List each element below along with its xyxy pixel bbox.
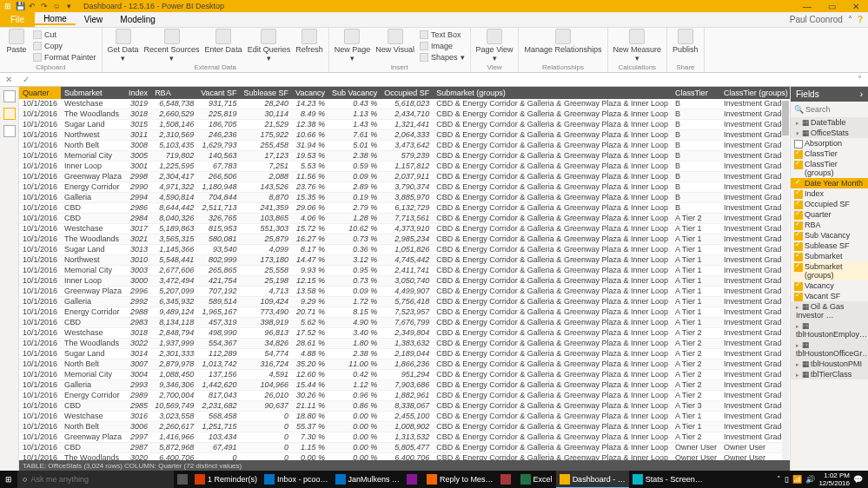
table-cell[interactable]: 3001 xyxy=(125,162,151,172)
table-cell[interactable]: Investment Grade xyxy=(720,266,790,276)
new-visual-button[interactable]: New Visual xyxy=(374,29,416,54)
table-cell[interactable]: 0.19 % xyxy=(328,193,381,203)
table-cell[interactable]: Investment Grade xyxy=(720,193,790,203)
expand-formula-icon[interactable]: ˅ xyxy=(851,75,868,84)
table-cell[interactable]: 1,416,966 xyxy=(151,432,197,443)
table-cell[interactable]: Investment Grade xyxy=(720,130,790,141)
table-cell[interactable]: CBD & Energy Corridor & Galleria & Green… xyxy=(433,401,672,412)
table-cell[interactable]: Memorial City xyxy=(61,370,125,380)
table-cell[interactable]: 10/1/2016 xyxy=(19,339,61,349)
table-cell[interactable]: 719,802 xyxy=(151,151,197,162)
table-cell[interactable]: A Tier 2 xyxy=(672,214,720,224)
table-cell[interactable]: 3,050,740 xyxy=(381,276,433,287)
table-cell[interactable]: 35.20 % xyxy=(292,359,328,370)
table-cell[interactable]: 54,774 xyxy=(241,349,293,359)
table-cell[interactable]: 16.27 % xyxy=(292,234,328,245)
column-header[interactable]: RBA xyxy=(151,87,197,99)
table-cell[interactable]: 266,506 xyxy=(197,172,240,182)
table-cell[interactable]: 1.13 % xyxy=(328,109,381,120)
table-cell[interactable]: 23.76 % xyxy=(292,182,328,193)
fields-table[interactable]: ▦Oil & Gas Investor … xyxy=(791,301,868,320)
table-cell[interactable]: 2986 xyxy=(125,203,151,214)
taskbar-app[interactable]: Reply to Mes… xyxy=(423,471,497,488)
table-cell[interactable]: 2998 xyxy=(125,172,151,182)
table-cell[interactable]: 21,529 xyxy=(241,120,293,130)
table-row[interactable]: 10/1/2016CBD29868,644,4422,511,713241,35… xyxy=(19,203,790,214)
table-cell[interactable]: 704,844 xyxy=(197,193,240,203)
table-row[interactable]: 10/1/2016Energy Corridor29904,971,3221,1… xyxy=(19,182,790,193)
table-cell[interactable]: B xyxy=(672,130,720,141)
table-cell[interactable]: 2990 xyxy=(125,182,151,193)
column-header[interactable]: ClassTier (groups) xyxy=(720,87,790,99)
table-cell[interactable]: CBD xyxy=(61,214,125,224)
table-cell[interactable]: B xyxy=(672,99,720,109)
table-cell[interactable]: 2,064,333 xyxy=(381,130,433,141)
table-cell[interactable]: 67,491 xyxy=(197,443,240,453)
table-cell[interactable]: A Tier 1 xyxy=(672,245,720,255)
table-cell[interactable]: A Tier 1 xyxy=(672,287,720,297)
table-cell[interactable]: 815,953 xyxy=(197,224,240,234)
scrollbar-thumb[interactable] xyxy=(782,101,789,135)
table-cell[interactable]: 1,145,366 xyxy=(151,245,197,255)
table-cell[interactable]: Investment Grade xyxy=(720,224,790,234)
table-cell[interactable]: 3005 xyxy=(125,151,151,162)
table-cell[interactable]: 0.96 % xyxy=(328,391,381,401)
table-cell[interactable]: A Tier 1 xyxy=(672,412,720,422)
table-row[interactable]: 10/1/2016Northwest30105,548,441802,99917… xyxy=(19,255,790,266)
table-row[interactable]: 10/1/2016Westchase30175,189,863815,95355… xyxy=(19,224,790,234)
table-cell[interactable]: 2,304,417 xyxy=(151,172,197,182)
table-cell[interactable]: 11.00 % xyxy=(328,359,381,370)
table-cell[interactable]: 3008 xyxy=(125,141,151,151)
table-cell[interactable]: 29.06 % xyxy=(292,203,328,214)
minimize-button[interactable]: — xyxy=(795,2,819,11)
table-cell[interactable]: 173,180 xyxy=(241,255,293,266)
table-cell[interactable]: 10/1/2016 xyxy=(19,453,61,461)
table-cell[interactable]: 4.88 % xyxy=(292,349,328,359)
table-cell[interactable]: 13.58 % xyxy=(292,287,328,297)
table-row[interactable]: 10/1/2016Greenway Plaza29965,207,099707,… xyxy=(19,287,790,297)
table-cell[interactable]: 10/1/2016 xyxy=(19,109,61,120)
table-cell[interactable]: 7,713,561 xyxy=(381,214,433,224)
table-cell[interactable]: CBD & Energy Corridor & Galleria & Green… xyxy=(433,203,672,214)
table-cell[interactable]: A Tier 1 xyxy=(672,224,720,234)
fields-field[interactable]: Submarket xyxy=(791,251,868,261)
fields-table[interactable]: ▦tblHoustonPMI xyxy=(791,359,868,369)
table-cell[interactable]: 34,826 xyxy=(241,339,293,349)
table-cell[interactable]: North Belt xyxy=(61,422,125,432)
table-cell[interactable]: 93,540 xyxy=(197,245,240,255)
table-cell[interactable]: CBD & Energy Corridor & Galleria & Green… xyxy=(433,141,672,151)
table-row[interactable]: 10/1/2016The Woodlands30213,565,315580,0… xyxy=(19,234,790,245)
table-cell[interactable]: A Tier 2 xyxy=(672,359,720,370)
table-cell[interactable]: 103,865 xyxy=(241,214,293,224)
table-cell[interactable]: 8,134,118 xyxy=(151,318,197,328)
table-cell[interactable]: 11.56 % xyxy=(292,172,328,182)
edit-queries-button[interactable]: Edit Queries▾ xyxy=(246,29,293,63)
table-cell[interactable]: Investment Grade xyxy=(720,328,790,339)
table-cell[interactable]: 398,919 xyxy=(241,318,293,328)
table-cell[interactable]: 1,383,632 xyxy=(381,339,433,349)
table-cell[interactable]: 6,548,738 xyxy=(151,99,197,109)
table-cell[interactable]: Westchase xyxy=(61,412,125,422)
table-cell[interactable]: 10/1/2016 xyxy=(19,370,61,380)
table-cell[interactable]: CBD & Energy Corridor & Galleria & Green… xyxy=(433,245,672,255)
table-cell[interactable]: CBD xyxy=(61,443,125,453)
fields-field[interactable]: RBA xyxy=(791,220,868,230)
table-cell[interactable]: 2,700,004 xyxy=(151,391,197,401)
table-cell[interactable]: 802,999 xyxy=(197,255,240,266)
table-cell[interactable]: CBD & Energy Corridor & Galleria & Green… xyxy=(433,276,672,287)
table-cell[interactable]: Energy Corridor xyxy=(61,391,125,401)
table-cell[interactable]: 1,088,450 xyxy=(151,370,197,380)
table-cell[interactable]: 3019 xyxy=(125,99,151,109)
table-cell[interactable]: 2994 xyxy=(125,193,151,203)
table-cell[interactable]: 1.12 % xyxy=(328,380,381,391)
taskbar-app[interactable] xyxy=(403,471,423,488)
table-cell[interactable]: 0.09 % xyxy=(328,172,381,182)
table-cell[interactable]: 10/1/2016 xyxy=(19,276,61,287)
table-cell[interactable]: 2996 xyxy=(125,287,151,297)
table-cell[interactable]: 10/1/2016 xyxy=(19,297,61,307)
table-cell[interactable]: 10/1/2016 xyxy=(19,151,61,162)
table-cell[interactable]: CBD & Energy Corridor & Galleria & Green… xyxy=(433,193,672,203)
taskbar-app[interactable]: 1 Reminder(s) xyxy=(191,471,261,488)
fields-field[interactable]: Vacancy xyxy=(791,280,868,291)
table-cell[interactable]: 2989 xyxy=(125,391,151,401)
